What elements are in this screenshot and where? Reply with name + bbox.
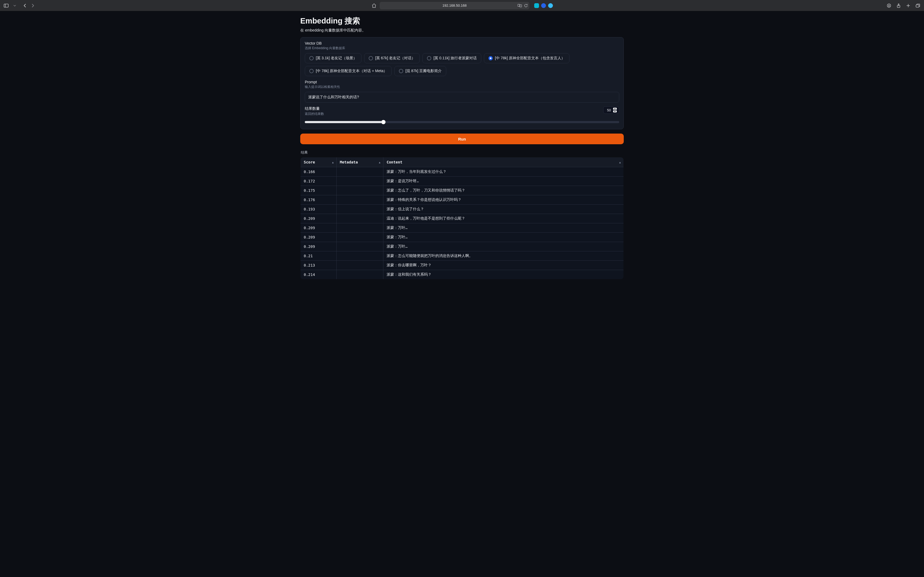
cell-metadata xyxy=(337,195,383,205)
col-content[interactable]: Content▲ xyxy=(383,157,624,167)
back-button[interactable] xyxy=(21,2,28,9)
cell-content: 派蒙：这和我们有关系吗？ xyxy=(383,270,624,279)
chevron-down-icon[interactable] xyxy=(11,2,18,9)
radio-dot-icon xyxy=(427,56,431,60)
cell-metadata xyxy=(337,186,383,195)
col-metadata[interactable]: Metadata▲ xyxy=(337,157,383,167)
vector-db-options: [英 3.1k] 老友记（场景）[英 67k] 老友记（对话）[英 0.11k]… xyxy=(305,53,619,76)
cell-content: 派蒙：你去哪里啊，万叶？ xyxy=(383,261,624,270)
col-score[interactable]: Score▲ xyxy=(300,157,337,167)
vector-db-option[interactable]: [英 0.11k] 旅行者派蒙对话 xyxy=(422,53,481,63)
sidebar-toggle-icon[interactable] xyxy=(3,2,10,9)
cell-metadata xyxy=(337,233,383,242)
vector-db-help: 选择 Embedding 向量数据库 xyxy=(305,46,619,50)
table-row: 0.175派蒙：怎么了，万叶，刀又和你说悄悄话了吗？ xyxy=(300,186,624,195)
translate-icon[interactable] xyxy=(518,4,522,8)
prompt-label: Prompt xyxy=(305,80,619,84)
vector-db-option[interactable]: [英 3.1k] 老友记（场景） xyxy=(305,53,362,63)
radio-dot-icon xyxy=(309,69,313,73)
extension-icon-3[interactable] xyxy=(548,3,553,8)
cell-metadata xyxy=(337,205,383,214)
sort-icon: ▲ xyxy=(332,161,334,164)
cell-content: 派蒙：怎么可能随便就把万叶的消息告诉这种人啊。 xyxy=(383,251,624,261)
address-text: 192.168.50.168 xyxy=(443,3,467,8)
vector-db-option[interactable]: [中 78k] 原神全部配音文本（对话 + Meta） xyxy=(305,66,392,76)
cell-content: 派蒙：怎么了，万叶，刀又和你说悄悄话了吗？ xyxy=(383,186,624,195)
vector-db-label: Vector DB xyxy=(305,41,619,45)
count-help: 返回的结果数 xyxy=(305,112,324,116)
cell-content: 派蒙：万叶… xyxy=(383,223,624,233)
radio-dot-icon xyxy=(309,56,313,60)
cell-content: 派蒙：是说万叶呀… xyxy=(383,177,624,186)
svg-marker-11 xyxy=(614,111,616,112)
table-row: 0.209派蒙：万叶… xyxy=(300,233,624,242)
reload-icon[interactable] xyxy=(524,4,528,8)
vector-db-option[interactable]: [英 67k] 老友记（对话） xyxy=(364,53,420,63)
svg-rect-9 xyxy=(916,5,919,7)
search-panel: Vector DB 选择 Embedding 向量数据库 [英 3.1k] 老友… xyxy=(300,37,624,129)
prompt-input[interactable] xyxy=(305,92,619,103)
table-row: 0.213派蒙：你去哪里啊，万叶？ xyxy=(300,261,624,270)
cell-metadata xyxy=(337,251,383,261)
cell-metadata xyxy=(337,214,383,223)
table-row: 0.193派蒙：信上说了什么？ xyxy=(300,205,624,214)
svg-marker-10 xyxy=(614,108,616,109)
cell-score: 0.193 xyxy=(300,205,337,214)
sort-icon: ▲ xyxy=(619,161,621,164)
count-stepper[interactable] xyxy=(613,108,617,113)
vector-db-option-label: [英 3.1k] 老友记（场景） xyxy=(316,56,357,61)
cell-score: 0.209 xyxy=(300,223,337,233)
cell-content: 派蒙：万叶… xyxy=(383,242,624,251)
cell-score: 0.21 xyxy=(300,251,337,261)
vector-db-option-label: [英 67k] 老友记（对话） xyxy=(375,56,415,61)
cell-metadata xyxy=(337,177,383,186)
vector-db-option[interactable]: [中 78k] 原神全部配音文本（包含发言人） xyxy=(484,53,569,63)
results-label: 结果 xyxy=(301,150,624,155)
slider-thumb[interactable] xyxy=(381,120,386,124)
cell-metadata xyxy=(337,270,383,279)
count-slider[interactable] xyxy=(305,121,619,123)
cell-metadata xyxy=(337,223,383,233)
sort-icon: ▲ xyxy=(379,161,380,164)
count-number-input[interactable]: 50 xyxy=(603,106,619,114)
extension-icon-2[interactable] xyxy=(541,3,546,8)
results-table: Score▲ Metadata▲ Content▲ 0.166派蒙：万叶，当年到… xyxy=(300,157,624,279)
table-row: 0.21派蒙：怎么可能随便就把万叶的消息告诉这种人啊。 xyxy=(300,251,624,261)
results-header-row: Score▲ Metadata▲ Content▲ xyxy=(300,157,624,167)
new-tab-icon[interactable] xyxy=(905,2,912,9)
cell-score: 0.213 xyxy=(300,261,337,270)
radio-dot-icon xyxy=(399,69,403,73)
cell-score: 0.175 xyxy=(300,186,337,195)
cell-content: 温迪：说起来，万叶他是不是想到了些什么呢？ xyxy=(383,214,624,223)
table-row: 0.166派蒙：万叶，当年到底发生过什么？ xyxy=(300,167,624,177)
vector-db-option-label: [英 0.11k] 旅行者派蒙对话 xyxy=(433,56,477,61)
extension-icon-1[interactable] xyxy=(534,3,539,8)
cell-score: 0.209 xyxy=(300,214,337,223)
cell-score: 0.176 xyxy=(300,195,337,205)
stepper-up-icon[interactable] xyxy=(613,108,617,110)
prompt-help: 输入提示词以检索相关性 xyxy=(305,85,619,89)
vector-db-option[interactable]: [混 87k] 豆瓣电影简介 xyxy=(394,66,446,76)
home-icon[interactable] xyxy=(371,2,378,9)
table-row: 0.209派蒙：万叶… xyxy=(300,242,624,251)
address-bar[interactable]: 192.168.50.168 xyxy=(380,2,529,9)
table-row: 0.209温迪：说起来，万叶他是不是想到了些什么呢？ xyxy=(300,214,624,223)
table-row: 0.214派蒙：这和我们有关系吗？ xyxy=(300,270,624,279)
cell-score: 0.214 xyxy=(300,270,337,279)
vector-db-option-label: [中 78k] 原神全部配音文本（对话 + Meta） xyxy=(316,69,387,73)
count-label: 结果数量 xyxy=(305,106,324,111)
page-subtitle: 在 embedding 向量数据库中匹配内容。 xyxy=(300,28,624,33)
cell-content: 派蒙：信上说了什么？ xyxy=(383,205,624,214)
stepper-down-icon[interactable] xyxy=(613,110,617,113)
run-button[interactable]: Run xyxy=(300,134,624,144)
forward-button[interactable] xyxy=(29,2,36,9)
page-title: Embedding 搜索 xyxy=(300,16,624,26)
table-row: 0.176派蒙：特殊的关系？你是想说他认识万叶吗？ xyxy=(300,195,624,205)
cell-content: 派蒙：万叶… xyxy=(383,233,624,242)
downloads-icon[interactable] xyxy=(885,2,892,9)
svg-rect-0 xyxy=(4,4,8,7)
share-icon[interactable] xyxy=(895,2,902,9)
radio-dot-icon xyxy=(488,56,493,60)
tabs-icon[interactable] xyxy=(914,2,921,9)
cell-score: 0.172 xyxy=(300,177,337,186)
